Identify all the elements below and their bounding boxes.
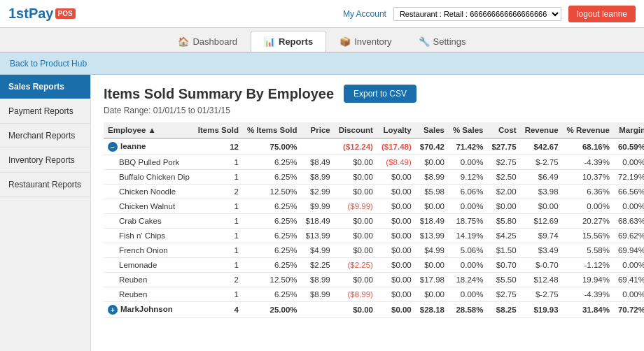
- cell-pct-items-sold: 6.25%: [243, 199, 302, 214]
- cell-revenue: $6.49: [521, 170, 563, 185]
- cell-loyalty: $0.00: [377, 287, 416, 302]
- cell-pct-items-sold: 6.25%: [243, 170, 302, 185]
- cell-margin: 68.63%: [614, 214, 644, 229]
- cell-loyalty: $0.00: [377, 229, 416, 243]
- tab-dashboard[interactable]: 🏠 Dashboard: [164, 31, 251, 52]
- cell-employee: Crab Cakes: [104, 214, 194, 229]
- table-row: Reuben212.50%$8.99$0.00$0.00$17.9818.24%…: [104, 273, 644, 287]
- cell-employee: Chicken Walnut: [104, 199, 194, 214]
- col-loyalty: Loyalty: [377, 122, 416, 138]
- cell-pct-items-sold: 6.25%: [243, 243, 302, 258]
- cell-revenue: $3.49: [521, 243, 563, 258]
- cell-loyalty: ($8.49): [377, 155, 416, 170]
- cell-items-sold: 4: [194, 302, 243, 318]
- content: Sales Reports Payment Reports Merchant R…: [0, 75, 644, 351]
- col-employee: Employee ▲: [104, 122, 194, 138]
- cell-margin: 69.41%: [614, 273, 644, 287]
- cell-price: [302, 138, 335, 155]
- cell-cost: $8.25: [487, 302, 520, 318]
- cell-margin: 0.00%: [614, 155, 644, 170]
- sidebar-item-inventory-reports[interactable]: Inventory Reports: [0, 148, 90, 173]
- sidebar-item-sales-reports[interactable]: Sales Reports: [0, 75, 90, 99]
- cell-discount: $0.00: [335, 214, 377, 229]
- cell-sales: $8.99: [416, 170, 449, 185]
- main-content: Items Sold Summary By Employee Export to…: [91, 75, 644, 351]
- table-body: −leanne1275.00%($12.24)($17.48)$70.4271.…: [104, 138, 644, 318]
- table-row: Buffalo Chicken Dip16.25%$8.99$0.00$0.00…: [104, 170, 644, 185]
- cell-cost: $2.50: [487, 170, 520, 185]
- employee-name: Reuben: [119, 290, 147, 299]
- employee-name: Chicken Walnut: [119, 202, 175, 210]
- cell-loyalty: $0.00: [377, 273, 416, 287]
- tab-reports[interactable]: 📊 Reports: [251, 31, 326, 52]
- cell-pct-sales: 0.00%: [449, 199, 487, 214]
- employee-name: Lemonade: [119, 261, 157, 269]
- table-header-row: Employee ▲ Items Sold % Items Sold Price…: [104, 122, 644, 138]
- cell-employee: Lemonade: [104, 258, 194, 273]
- cell-sales: $17.98: [416, 273, 449, 287]
- col-sales: Sales: [416, 122, 449, 138]
- expand-button[interactable]: +: [108, 305, 118, 315]
- collapse-button[interactable]: −: [108, 142, 118, 152]
- tab-settings[interactable]: 🔧 Settings: [405, 31, 479, 52]
- employee-name: Fish n' Chips: [119, 231, 165, 240]
- col-pct-revenue: % Revenue: [563, 122, 614, 138]
- cell-price: $8.99: [302, 170, 335, 185]
- employee-name: Buffalo Chicken Dip: [119, 173, 190, 181]
- cell-pct-sales: 5.06%: [449, 243, 487, 258]
- sidebar-item-restaurant-reports[interactable]: Restaurant Reports: [0, 173, 90, 197]
- cell-loyalty: $0.00: [377, 185, 416, 199]
- cell-employee: Reuben: [104, 287, 194, 302]
- cell-employee: French Onion: [104, 243, 194, 258]
- cell-cost: $27.75: [487, 138, 520, 155]
- cell-items-sold: 1: [194, 229, 243, 243]
- cell-loyalty: $0.00: [377, 243, 416, 258]
- cell-pct-sales: 6.06%: [449, 185, 487, 199]
- cell-employee: BBQ Pulled Pork: [104, 155, 194, 170]
- box-icon: 📦: [340, 36, 351, 47]
- col-revenue: Revenue: [521, 122, 563, 138]
- cell-pct-items-sold: 12.50%: [243, 273, 302, 287]
- sidebar-item-merchant-reports[interactable]: Merchant Reports: [0, 124, 90, 148]
- back-to-hub-link[interactable]: Back to Product Hub: [10, 59, 87, 69]
- cell-discount: $0.00: [335, 229, 377, 243]
- cell-employee: Reuben: [104, 273, 194, 287]
- cell-price: $8.99: [302, 287, 335, 302]
- cell-employee: −leanne: [104, 138, 194, 155]
- cell-pct-items-sold: 6.25%: [243, 258, 302, 273]
- cell-revenue: $42.67: [521, 138, 563, 155]
- cell-discount: ($2.25): [335, 258, 377, 273]
- col-cost: Cost: [487, 122, 520, 138]
- cell-revenue: $19.93: [521, 302, 563, 318]
- cell-loyalty: $0.00: [377, 214, 416, 229]
- cell-items-sold: 1: [194, 258, 243, 273]
- employee-name: leanne: [120, 142, 146, 150]
- sidebar-item-payment-reports[interactable]: Payment Reports: [0, 99, 90, 124]
- cell-price: $13.99: [302, 229, 335, 243]
- employee-name: Crab Cakes: [119, 217, 162, 225]
- col-price: Price: [302, 122, 335, 138]
- cell-loyalty: ($17.48): [377, 138, 416, 155]
- restaurant-select[interactable]: Restaurant : Retail : 666666666666666666…: [393, 7, 561, 21]
- cell-items-sold: 2: [194, 185, 243, 199]
- cell-pct-items-sold: 6.25%: [243, 214, 302, 229]
- logo-pay: Pay: [29, 6, 54, 22]
- cell-cost: $2.00: [487, 185, 520, 199]
- cell-revenue: $-0.70: [521, 258, 563, 273]
- table-row: Chicken Noodle212.50%$2.99$0.00$0.00$5.9…: [104, 185, 644, 199]
- cell-sales: $18.49: [416, 214, 449, 229]
- cell-discount: $0.00: [335, 170, 377, 185]
- cell-sales: $0.00: [416, 155, 449, 170]
- report-table: Employee ▲ Items Sold % Items Sold Price…: [104, 122, 644, 318]
- cell-pct-sales: 0.00%: [449, 287, 487, 302]
- employee-name: French Onion: [119, 246, 168, 255]
- my-account-label: My Account: [343, 9, 386, 19]
- nav-tabs: 🏠 Dashboard 📊 Reports 📦 Inventory 🔧 Sett…: [0, 28, 644, 53]
- export-csv-button[interactable]: Export to CSV: [344, 85, 416, 103]
- tab-inventory[interactable]: 📦 Inventory: [326, 31, 405, 52]
- logout-button[interactable]: logout leanne: [568, 6, 636, 22]
- date-range: Date Range: 01/01/15 to 01/31/15: [104, 106, 631, 115]
- cell-loyalty: $0.00: [377, 199, 416, 214]
- cell-cost: $2.75: [487, 155, 520, 170]
- employee-name: MarkJohnson: [120, 305, 173, 313]
